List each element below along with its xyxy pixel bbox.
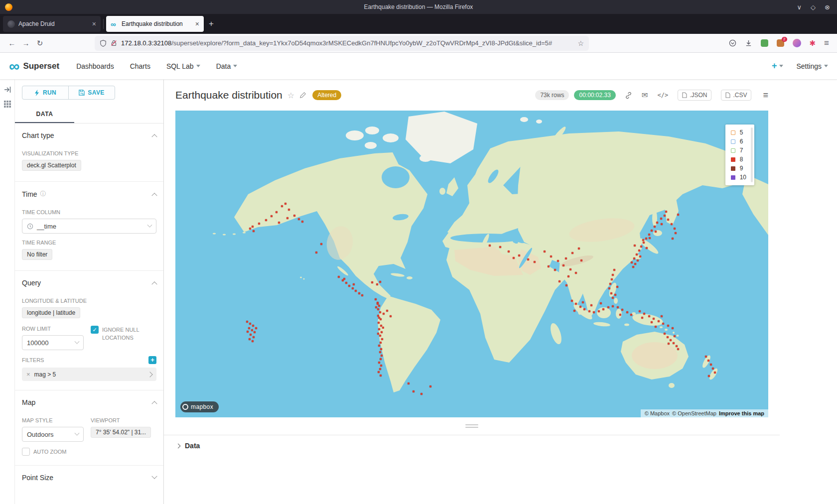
window-close-icon[interactable]: ⊗ <box>825 3 830 11</box>
filter-chip[interactable]: × mag > 5 <box>22 368 156 381</box>
scatter-point <box>378 345 380 347</box>
download-json-button[interactable]: .JSON <box>678 90 711 101</box>
browser-tab-druid[interactable]: Apache Druid × <box>3 16 101 32</box>
extension-green-icon[interactable] <box>761 39 768 47</box>
dataset-grid-icon[interactable] <box>4 101 11 108</box>
nav-sql-lab[interactable]: SQL Lab <box>166 62 200 70</box>
legend-row[interactable]: 8 <box>731 156 746 163</box>
map-canvas[interactable]: 5678910 mapbox © Mapbox © OpenStreetMap … <box>175 111 768 417</box>
new-item-button[interactable]: + <box>772 61 784 71</box>
window-maximize-icon[interactable]: ◇ <box>811 3 816 11</box>
insecure-lock-icon[interactable] <box>111 40 117 46</box>
legend-swatch <box>731 130 735 135</box>
share-link-icon[interactable] <box>625 92 632 99</box>
scatter-point <box>383 313 385 315</box>
save-button[interactable]: SAVE <box>68 86 115 99</box>
embed-code-icon[interactable]: </> <box>657 92 668 99</box>
scatter-point <box>667 219 669 221</box>
time-column-select[interactable]: __time <box>22 219 156 234</box>
row-limit-select[interactable]: 100000 <box>22 335 84 350</box>
firefox-menu-icon[interactable]: ≡ <box>824 38 829 48</box>
scatter-point <box>378 317 380 319</box>
bookmark-star-icon[interactable]: ☆ <box>577 39 584 47</box>
settings-label: Settings <box>796 62 822 70</box>
legend-row[interactable]: 5 <box>731 129 746 136</box>
extension-asterisk-icon[interactable]: ✱ <box>810 39 816 48</box>
scatter-point <box>656 222 658 224</box>
map-style-select[interactable]: Outdoors <box>22 427 84 442</box>
shield-icon[interactable] <box>100 40 107 47</box>
scatter-point <box>250 334 252 336</box>
scatter-point <box>631 261 633 263</box>
auto-zoom-row: AUTO ZOOM <box>22 448 156 456</box>
auto-zoom-checkbox[interactable] <box>22 448 30 456</box>
auto-zoom-label[interactable]: AUTO ZOOM <box>33 448 66 456</box>
add-filter-button[interactable]: + <box>148 356 156 364</box>
chart-menu-icon[interactable]: ≡ <box>763 90 768 101</box>
ignore-null-checkbox[interactable]: ✓ <box>91 326 99 334</box>
new-tab-button[interactable]: + <box>209 19 214 29</box>
scatter-point <box>550 255 552 257</box>
tab-separator <box>103 19 104 29</box>
viz-type-tag[interactable]: deck.gl Scatterplot <box>22 160 81 171</box>
url-bar[interactable]: 172.18.0.3:32108/superset/explore/?form_… <box>95 36 589 51</box>
legend-row[interactable]: 6 <box>731 138 746 145</box>
profile-avatar[interactable] <box>793 39 801 47</box>
mapbox-logo[interactable]: mapbox <box>180 401 219 412</box>
scatter-point <box>382 327 384 329</box>
forward-button[interactable]: → <box>19 36 33 50</box>
expand-datasource-panel-icon[interactable] <box>3 86 11 94</box>
window-title: Earthquake distribution — Mozilla Firefo… <box>0 3 837 10</box>
scatter-point <box>562 264 564 266</box>
attribution-osm-link[interactable]: © OpenStreetMap <box>672 410 716 416</box>
section-query: Query LONGITUDE & LATITUDE longitude | l… <box>15 271 163 390</box>
scatter-point <box>352 287 354 289</box>
window-minimize-icon[interactable]: ∨ <box>797 3 802 11</box>
superset-header: ∞ Superset Dashboards Charts SQL Lab Dat… <box>0 53 837 80</box>
tab-close-icon[interactable]: × <box>195 20 199 28</box>
remove-filter-icon[interactable]: × <box>26 371 30 378</box>
scatter-point <box>380 348 382 350</box>
extension-orange-icon[interactable]: 2 <box>777 39 784 47</box>
reload-button[interactable]: ↻ <box>33 36 47 50</box>
favorite-star-icon[interactable]: ☆ <box>287 91 294 100</box>
browser-tab-earthquake[interactable]: ∞ Earthquake distribution × <box>106 16 204 32</box>
nav-charts[interactable]: Charts <box>130 62 150 70</box>
scatter-point <box>662 323 664 325</box>
section-map-header[interactable]: Map <box>22 390 156 411</box>
pocket-icon[interactable] <box>729 39 736 47</box>
run-button[interactable]: RUN <box>22 86 68 99</box>
section-query-header[interactable]: Query <box>22 271 156 292</box>
nav-data[interactable]: Data <box>216 62 238 70</box>
legend-row[interactable]: 7 <box>731 147 746 154</box>
legend-row[interactable]: 10 <box>731 174 746 181</box>
control-panel-body: Chart type VISUALIZATION TYPE deck.gl Sc… <box>15 124 163 504</box>
downloads-icon[interactable] <box>745 39 752 47</box>
viewport-tag[interactable]: 7° 35' 54.02" | 31... <box>91 427 151 438</box>
time-range-tag[interactable]: No filter <box>22 249 52 260</box>
back-button[interactable]: ← <box>5 36 19 50</box>
scatter-point <box>265 219 267 221</box>
scatter-point <box>379 335 381 337</box>
edit-title-icon[interactable] <box>299 92 306 99</box>
lonlat-tag[interactable]: longitude | latitude <box>22 307 80 318</box>
data-results-section[interactable]: Data <box>164 435 780 450</box>
section-point-size-header[interactable]: Point Size <box>22 466 156 487</box>
tab-close-icon[interactable]: × <box>92 20 96 28</box>
scatter-point <box>375 298 377 300</box>
improve-map-link[interactable]: Improve this map <box>719 410 764 416</box>
ignore-null-label[interactable]: IGNORE NULL LOCATIONS <box>102 326 156 342</box>
tab-data[interactable]: DATA <box>15 106 74 123</box>
chart-resize-handle[interactable] <box>175 424 768 428</box>
email-icon[interactable]: ✉ <box>642 91 648 100</box>
section-time-header[interactable]: Time ⓘ <box>22 182 156 203</box>
download-csv-button[interactable]: .CSV <box>721 90 751 101</box>
superset-logo[interactable]: ∞ Superset <box>9 59 59 74</box>
nav-dashboards[interactable]: Dashboards <box>76 62 114 70</box>
settings-menu[interactable]: Settings <box>796 62 828 70</box>
chevron-down-icon <box>147 222 152 227</box>
attribution-mapbox-link[interactable]: © Mapbox <box>645 410 670 416</box>
scatter-point <box>408 382 410 384</box>
legend-row[interactable]: 9 <box>731 165 746 172</box>
section-chart-type-header[interactable]: Chart type <box>22 124 156 144</box>
